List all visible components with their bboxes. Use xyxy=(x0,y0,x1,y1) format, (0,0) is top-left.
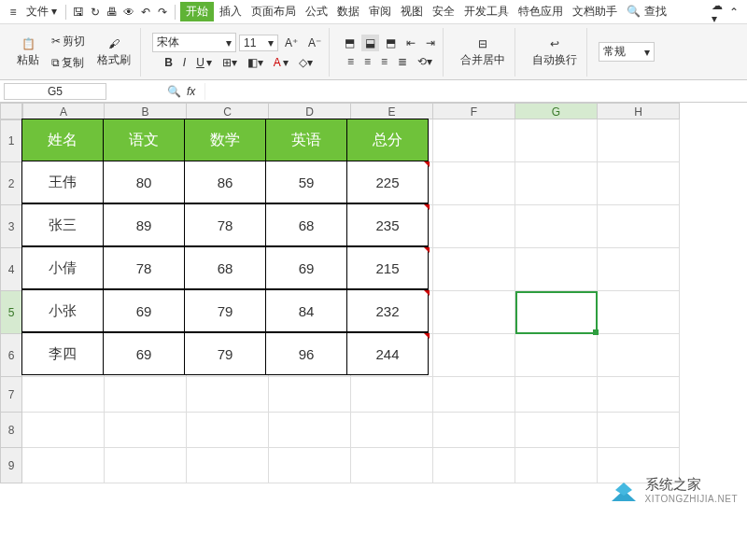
paste-button[interactable]: 📋 粘贴 xyxy=(11,35,45,70)
row-head-6[interactable]: 6 xyxy=(0,334,22,377)
table-header[interactable]: 语文 xyxy=(103,119,185,161)
font-name-select[interactable]: 宋体▾ xyxy=(152,33,236,52)
row-head-1[interactable]: 1 xyxy=(0,119,22,162)
tab-insert[interactable]: 插入 xyxy=(216,2,246,21)
select-all-corner[interactable] xyxy=(0,103,22,119)
tab-data[interactable]: 数据 xyxy=(333,2,363,21)
align-top-button[interactable]: ⬒ xyxy=(341,35,359,51)
table-cell[interactable]: 79 xyxy=(184,332,266,375)
search-button[interactable]: 🔍 查找 xyxy=(623,2,669,21)
italic-button[interactable]: I xyxy=(179,54,190,71)
tab-review[interactable]: 审阅 xyxy=(365,2,395,21)
orientation-button[interactable]: ⟲▾ xyxy=(414,53,436,70)
indent-left-button[interactable]: ⇤ xyxy=(402,35,419,51)
table-cell[interactable]: 68 xyxy=(265,203,347,246)
tab-layout[interactable]: 页面布局 xyxy=(247,2,300,21)
table-cell[interactable]: 王伟 xyxy=(21,161,104,203)
align-left-button[interactable]: ≡ xyxy=(344,53,358,70)
number-format-select[interactable]: 常规▾ xyxy=(599,42,655,62)
preview-icon[interactable]: 👁 xyxy=(121,5,136,20)
row-head-9[interactable]: 9 xyxy=(0,448,22,483)
zoom-icon[interactable]: 🔍 xyxy=(166,84,181,99)
col-head-f[interactable]: F xyxy=(433,103,515,119)
table-cell[interactable]: 96 xyxy=(265,332,347,375)
table-cell[interactable]: 69 xyxy=(103,332,185,375)
row-head-3[interactable]: 3 xyxy=(0,205,22,248)
undo-icon[interactable]: ↶ xyxy=(138,5,153,20)
col-head-c[interactable]: C xyxy=(187,103,269,119)
reload-icon[interactable]: ↻ xyxy=(88,5,103,20)
table-header[interactable]: 数学 xyxy=(184,119,266,161)
table-header[interactable]: 姓名 xyxy=(21,119,104,161)
menu-file[interactable]: 文件 ▾ xyxy=(22,2,61,21)
row-head-7[interactable]: 7 xyxy=(0,377,22,413)
align-right-button[interactable]: ≡ xyxy=(377,53,391,70)
table-cell[interactable]: 69 xyxy=(265,246,347,289)
comment-indicator-icon[interactable] xyxy=(424,290,430,296)
table-cell[interactable]: 235 xyxy=(346,203,429,246)
border-button[interactable]: ⊞▾ xyxy=(218,54,241,71)
row-head-4[interactable]: 4 xyxy=(0,248,22,291)
font-size-select[interactable]: 11▾ xyxy=(239,35,278,51)
table-cell[interactable]: 张三 xyxy=(21,203,104,246)
row-head-2[interactable]: 2 xyxy=(0,162,22,205)
table-header[interactable]: 总分 xyxy=(346,119,429,161)
col-head-d[interactable]: D xyxy=(269,103,351,119)
save-icon[interactable]: 🖫 xyxy=(71,5,86,20)
table-cell[interactable]: 89 xyxy=(103,203,185,246)
fill-color-button[interactable]: ◧▾ xyxy=(244,54,267,71)
decrease-font-button[interactable]: A⁻ xyxy=(304,35,325,51)
col-head-e[interactable]: E xyxy=(351,103,433,119)
table-cell[interactable]: 小倩 xyxy=(21,246,104,289)
increase-font-button[interactable]: A⁺ xyxy=(281,35,302,51)
print-icon[interactable]: 🖶 xyxy=(105,5,120,20)
tab-dev[interactable]: 开发工具 xyxy=(460,2,513,21)
comment-indicator-icon[interactable] xyxy=(424,161,430,167)
table-cell[interactable]: 69 xyxy=(103,289,185,332)
merge-button[interactable]: ⊟ 合并居中 xyxy=(455,35,511,70)
indent-right-button[interactable]: ⇥ xyxy=(422,35,439,51)
tab-special[interactable]: 特色应用 xyxy=(514,2,567,21)
tab-home[interactable]: 开始 xyxy=(180,2,214,21)
tab-security[interactable]: 安全 xyxy=(429,2,458,21)
font-color-button[interactable]: A▾ xyxy=(270,54,292,71)
table-cell[interactable]: 79 xyxy=(184,289,266,332)
table-cell[interactable]: 232 xyxy=(346,289,429,332)
table-cell[interactable]: 244 xyxy=(346,332,429,375)
cut-button[interactable]: ✂剪切 xyxy=(48,32,89,51)
comment-indicator-icon[interactable] xyxy=(424,204,430,210)
col-head-a[interactable]: A xyxy=(22,103,105,119)
align-bottom-button[interactable]: ⬒ xyxy=(382,35,400,51)
cells-area[interactable]: 姓名 语文 数学 英语 总分 王伟 80 86 59 225 张三 89 78 xyxy=(22,119,680,483)
col-head-h[interactable]: H xyxy=(598,103,680,119)
table-cell[interactable]: 215 xyxy=(346,246,429,289)
table-cell[interactable]: 李四 xyxy=(21,332,104,375)
table-cell[interactable]: 84 xyxy=(265,289,347,332)
align-center-button[interactable]: ≡ xyxy=(360,53,374,70)
clear-format-button[interactable]: ◇▾ xyxy=(295,54,317,71)
table-cell[interactable]: 86 xyxy=(184,161,266,203)
formula-input[interactable] xyxy=(204,83,747,100)
table-cell[interactable]: 225 xyxy=(346,161,429,203)
collapse-ribbon-icon[interactable]: ⌃ xyxy=(726,5,741,20)
comment-indicator-icon[interactable] xyxy=(424,333,430,339)
name-box[interactable]: G5 xyxy=(4,83,106,100)
comment-indicator-icon[interactable] xyxy=(424,247,430,253)
copy-button[interactable]: ⧉复制 xyxy=(48,53,89,73)
cloud-icon[interactable]: ☁▾ xyxy=(710,5,725,20)
wrap-button[interactable]: ↩ 自动换行 xyxy=(527,35,583,70)
format-painter-button[interactable]: 🖌 格式刷 xyxy=(92,35,136,70)
tab-doc-helper[interactable]: 文档助手 xyxy=(569,2,621,21)
table-cell[interactable]: 59 xyxy=(265,161,347,203)
underline-button[interactable]: U▾ xyxy=(192,54,216,71)
table-cell[interactable]: 78 xyxy=(103,246,185,289)
col-head-b[interactable]: B xyxy=(105,103,187,119)
table-cell[interactable]: 68 xyxy=(184,246,266,289)
col-head-g[interactable]: G xyxy=(515,103,598,119)
row-head-5[interactable]: 5 xyxy=(0,291,22,334)
distribute-button[interactable]: ≣ xyxy=(394,53,411,70)
menu-icon[interactable]: ≡ xyxy=(6,5,21,20)
redo-icon[interactable]: ↷ xyxy=(155,5,170,20)
table-cell[interactable]: 小张 xyxy=(21,289,104,332)
table-cell[interactable]: 80 xyxy=(103,161,185,203)
